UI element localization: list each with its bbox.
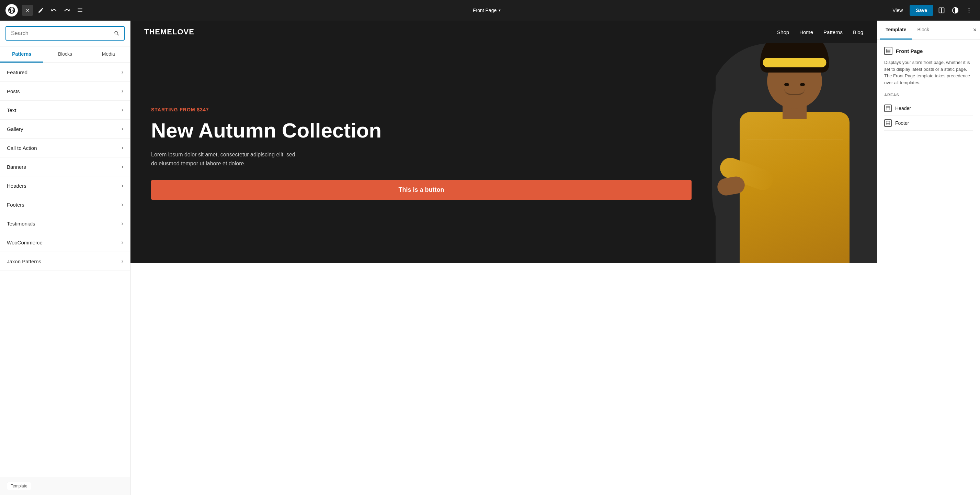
save-button[interactable]: Save xyxy=(910,5,933,16)
site-header: THEMELOVE Shop Home Patterns Blog xyxy=(130,21,877,43)
right-panel-tabs: Template Block xyxy=(880,21,935,40)
chevron-right-icon: › xyxy=(122,88,123,94)
toolbar-center: Front Page ▾ xyxy=(88,5,886,15)
nav-item-home[interactable]: Home xyxy=(799,29,813,35)
close-button[interactable]: ✕ xyxy=(22,5,33,16)
chevron-right-icon: › xyxy=(122,201,123,208)
canvas-frame: THEMELOVE Shop Home Patterns Blog STARTI… xyxy=(130,21,877,495)
undo-button[interactable] xyxy=(49,5,59,16)
pattern-item-posts[interactable]: Posts › xyxy=(0,82,130,101)
pattern-item-gallery[interactable]: Gallery › xyxy=(0,120,130,139)
half-circle-button[interactable] xyxy=(950,5,961,16)
chevron-right-icon: › xyxy=(122,126,123,132)
pattern-item-footers[interactable]: Footers › xyxy=(0,195,130,214)
site-nav: Shop Home Patterns Blog xyxy=(777,29,863,35)
tab-media[interactable]: Media xyxy=(87,46,130,62)
header-area-icon xyxy=(884,104,892,112)
search-input[interactable] xyxy=(6,27,110,40)
hero-person xyxy=(712,43,877,263)
chevron-right-icon: › xyxy=(122,182,123,189)
area-footer-label: Footer xyxy=(895,120,909,126)
hero-section: STARTING FROM $347 New Autumn Collection… xyxy=(130,43,877,263)
chevron-right-icon: › xyxy=(122,258,123,264)
wp-logo xyxy=(5,4,18,16)
chevron-right-icon: › xyxy=(122,239,123,246)
site-logo: THEMELOVE xyxy=(144,27,194,37)
chevron-right-icon: › xyxy=(122,107,123,113)
chevron-right-icon: › xyxy=(122,69,123,75)
chevron-right-icon: › xyxy=(122,164,123,170)
right-panel-header: Template Block × xyxy=(877,21,980,40)
area-item-footer[interactable]: Footer xyxy=(884,116,973,131)
hero-title: New Autumn Collection xyxy=(151,119,692,142)
layout-icon-button[interactable] xyxy=(936,5,947,16)
toolbar: ✕ Front Page ▾ View Save xyxy=(0,0,980,21)
chevron-right-icon: › xyxy=(122,220,123,227)
left-sidebar: Patterns Blocks Media Featured › Posts ›… xyxy=(0,21,130,495)
hero-image-area xyxy=(712,43,877,263)
bottom-template-label: Template xyxy=(0,477,130,495)
list-view-button[interactable] xyxy=(75,5,85,16)
hero-content: STARTING FROM $347 New Autumn Collection… xyxy=(130,43,712,263)
edit-button[interactable] xyxy=(36,5,46,16)
footer-area-icon xyxy=(884,119,892,127)
right-panel-content: Front Page Displays your site's front pa… xyxy=(877,40,980,137)
pattern-item-headers[interactable]: Headers › xyxy=(0,176,130,195)
svg-rect-6 xyxy=(886,49,890,53)
pattern-item-jaxon[interactable]: Jaxon Patterns › xyxy=(0,252,130,271)
area-header-label: Header xyxy=(895,105,911,111)
chevron-right-icon: › xyxy=(122,145,123,151)
canvas-area: THEMELOVE Shop Home Patterns Blog STARTI… xyxy=(130,21,877,495)
pattern-item-call-to-action[interactable]: Call to Action › xyxy=(0,139,130,157)
tab-blocks[interactable]: Blocks xyxy=(43,46,86,62)
pattern-item-featured[interactable]: Featured › xyxy=(0,63,130,82)
nav-item-patterns[interactable]: Patterns xyxy=(823,29,843,35)
hero-cta-button[interactable]: This is a button xyxy=(151,180,692,200)
template-title-row: Front Page xyxy=(884,47,973,55)
main-layout: Patterns Blocks Media Featured › Posts ›… xyxy=(0,21,980,495)
search-icon-button[interactable] xyxy=(110,27,124,39)
tab-block[interactable]: Block xyxy=(912,21,934,40)
tab-template[interactable]: Template xyxy=(880,21,912,40)
search-area xyxy=(0,21,130,46)
svg-point-4 xyxy=(969,10,970,11)
sidebar-tabs: Patterns Blocks Media xyxy=(0,46,130,63)
svg-rect-11 xyxy=(886,121,890,125)
template-icon xyxy=(884,47,892,55)
svg-rect-9 xyxy=(886,107,890,110)
svg-point-5 xyxy=(969,12,970,13)
pattern-item-woocommerce[interactable]: WooCommerce › xyxy=(0,233,130,252)
nav-item-shop[interactable]: Shop xyxy=(777,29,789,35)
pattern-item-banners[interactable]: Banners › xyxy=(0,157,130,176)
pattern-item-testimonials[interactable]: Testimonials › xyxy=(0,214,130,233)
area-item-header[interactable]: Header xyxy=(884,101,973,116)
view-button[interactable]: View xyxy=(888,5,907,15)
page-title-button[interactable]: Front Page ▾ xyxy=(469,5,505,15)
pattern-item-text[interactable]: Text › xyxy=(0,101,130,120)
tab-patterns[interactable]: Patterns xyxy=(0,46,43,62)
hero-description: Lorem ipsum dolor sit amet, consectetur … xyxy=(151,150,295,168)
template-title: Front Page xyxy=(896,48,923,54)
redo-button[interactable] xyxy=(62,5,72,16)
right-panel: Template Block × Front Page Displays you… xyxy=(877,21,980,495)
svg-point-3 xyxy=(969,8,970,9)
toolbar-right: View Save xyxy=(888,5,975,16)
nav-item-blog[interactable]: Blog xyxy=(853,29,863,35)
more-options-button[interactable] xyxy=(964,5,975,16)
search-input-wrap xyxy=(5,26,125,41)
areas-label: AREAS xyxy=(884,93,973,97)
template-description: Displays your site's front page, whether… xyxy=(884,59,973,86)
panel-close-button[interactable]: × xyxy=(969,23,980,37)
hero-tag: STARTING FROM $347 xyxy=(151,107,692,112)
patterns-list: Featured › Posts › Text › Gallery › Call… xyxy=(0,63,130,477)
